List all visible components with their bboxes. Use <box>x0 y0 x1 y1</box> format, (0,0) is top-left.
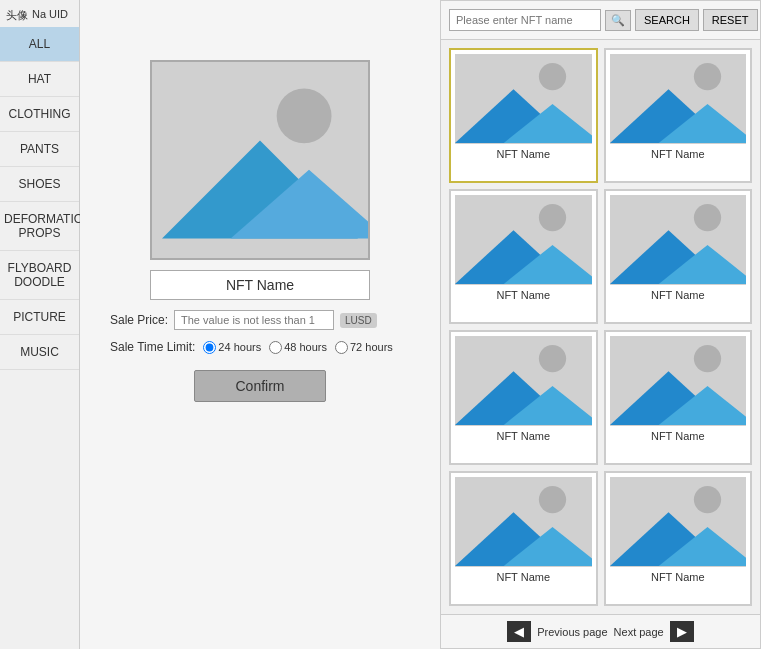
sidebar-header: 头像 Na UID <box>0 0 79 27</box>
sidebar-item-pants[interactable]: PANTS <box>0 132 79 167</box>
sidebar-item-music[interactable]: MUSIC <box>0 335 79 370</box>
nft-name-display: NFT Name <box>150 270 370 300</box>
nft-card-name-3: NFT Name <box>651 289 705 301</box>
radio-24h-input[interactable] <box>203 341 216 354</box>
svg-point-29 <box>539 486 566 513</box>
svg-point-13 <box>539 204 566 231</box>
svg-point-9 <box>693 63 720 90</box>
radio-72h[interactable]: 72 hours <box>335 341 393 354</box>
radio-48h-label: 48 hours <box>284 341 327 353</box>
sidebar-item-hat[interactable]: HAT <box>0 62 79 97</box>
sidebar-item-all[interactable]: ALL <box>0 27 79 62</box>
nft-thumb-0 <box>455 54 592 144</box>
nft-thumb-6 <box>455 477 592 567</box>
sidebar-item-flyboard-doodle[interactable]: FLYBOARD DOODLE <box>0 251 79 300</box>
sale-price-input[interactable] <box>174 310 334 330</box>
svg-point-1 <box>277 88 332 143</box>
nft-card-name-5: NFT Name <box>651 430 705 442</box>
nft-thumb-4 <box>455 336 592 426</box>
right-panel: 🔍 SEARCH RESET ✕ NFT Name <box>440 0 761 649</box>
nft-card-name-4: NFT Name <box>496 430 550 442</box>
sidebar-item-deformation-props[interactable]: DEFORMATION PROPS <box>0 202 79 251</box>
nft-preview <box>150 60 370 260</box>
lusd-badge: LUSD <box>340 313 377 328</box>
nft-card-4[interactable]: NFT Name <box>449 330 598 465</box>
sale-time-label: Sale Time Limit: <box>110 340 195 354</box>
pagination: ◀ Previous page Next page ▶ <box>441 614 760 648</box>
reset-button[interactable]: RESET <box>703 9 758 31</box>
confirm-button[interactable]: Confirm <box>194 370 325 402</box>
prev-page-label: Previous page <box>537 626 607 638</box>
svg-point-17 <box>693 204 720 231</box>
nft-thumb-5 <box>610 336 747 426</box>
search-icon-button[interactable]: 🔍 <box>605 10 631 31</box>
nft-card-name-0: NFT Name <box>496 148 550 160</box>
radio-48h[interactable]: 48 hours <box>269 341 327 354</box>
svg-point-21 <box>539 345 566 372</box>
nft-thumb-3 <box>610 195 747 285</box>
nft-thumb-7 <box>610 477 747 567</box>
sale-time-row: Sale Time Limit: 24 hours 48 hours 72 ho… <box>100 340 420 354</box>
sidebar-item-picture[interactable]: PICTURE <box>0 300 79 335</box>
radio-24h[interactable]: 24 hours <box>203 341 261 354</box>
nft-card-1[interactable]: NFT Name <box>604 48 753 183</box>
radio-72h-input[interactable] <box>335 341 348 354</box>
modal-overlay: NFT Name Sale Price: LUSD Sale Time Limi… <box>80 0 761 649</box>
search-input[interactable] <box>449 9 601 31</box>
nft-card-3[interactable]: NFT Name <box>604 189 753 324</box>
nft-grid: NFT Name NFT Name <box>441 40 760 614</box>
nft-card-name-7: NFT Name <box>651 571 705 583</box>
prev-page-button[interactable]: ◀ <box>507 621 531 642</box>
next-page-button[interactable]: ▶ <box>670 621 694 642</box>
sidebar: 头像 Na UID ALL HAT CLOTHING PANTS SHOES D… <box>0 0 80 649</box>
nft-card-7[interactable]: NFT Name <box>604 471 753 606</box>
sale-price-row: Sale Price: LUSD <box>100 310 420 330</box>
radio-48h-input[interactable] <box>269 341 282 354</box>
nft-card-name-6: NFT Name <box>496 571 550 583</box>
svg-point-5 <box>539 63 566 90</box>
radio-72h-label: 72 hours <box>350 341 393 353</box>
svg-point-33 <box>693 486 720 513</box>
left-panel: NFT Name Sale Price: LUSD Sale Time Limi… <box>80 0 440 649</box>
nft-card-5[interactable]: NFT Name <box>604 330 753 465</box>
nft-card-name-2: NFT Name <box>496 289 550 301</box>
next-page-label: Next page <box>614 626 664 638</box>
sidebar-item-shoes[interactable]: SHOES <box>0 167 79 202</box>
nft-thumb-1 <box>610 54 747 144</box>
nft-thumb-2 <box>455 195 592 285</box>
nft-card-0[interactable]: NFT Name <box>449 48 598 183</box>
radio-24h-label: 24 hours <box>218 341 261 353</box>
search-bar: 🔍 SEARCH RESET ✕ <box>441 1 760 40</box>
sidebar-item-clothing[interactable]: CLOTHING <box>0 97 79 132</box>
avatar-label: 头像 <box>6 8 28 23</box>
svg-point-25 <box>693 345 720 372</box>
uid-label: Na UID <box>32 8 68 23</box>
search-button[interactable]: SEARCH <box>635 9 699 31</box>
nft-card-name-1: NFT Name <box>651 148 705 160</box>
sale-price-label: Sale Price: <box>110 313 168 327</box>
nft-card-6[interactable]: NFT Name <box>449 471 598 606</box>
nft-card-2[interactable]: NFT Name <box>449 189 598 324</box>
